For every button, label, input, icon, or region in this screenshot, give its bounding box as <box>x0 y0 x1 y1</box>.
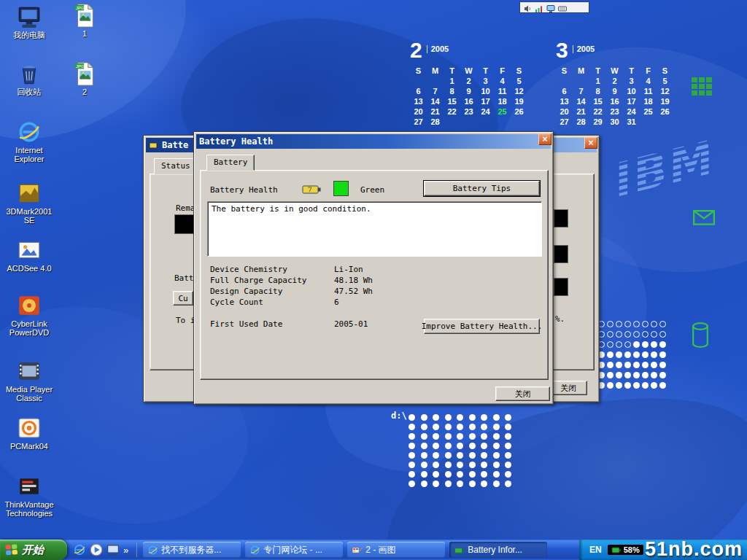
dot <box>481 481 487 487</box>
desktop-icon-powerdvd[interactable]: CyberLink PowerDVD <box>3 293 55 337</box>
health-message-box[interactable]: The battery is in good condition. <box>207 201 542 257</box>
dot <box>642 321 649 327</box>
dot <box>433 452 439 459</box>
dot <box>642 331 649 338</box>
dot <box>457 452 463 459</box>
current-button[interactable]: Cu <box>173 291 193 306</box>
dot <box>469 414 476 421</box>
field-value: 48.18 Wh <box>334 276 373 285</box>
taskbar-task-3[interactable]: 2 - 画图 <box>347 542 445 558</box>
calendar-day-header: S <box>511 66 527 77</box>
taskbar-task-4[interactable]: Battery Infor... <box>449 542 547 558</box>
taskbar-task-2[interactable]: 专门网论坛 - ... <box>245 542 343 558</box>
keyboard-icon[interactable] <box>558 3 567 12</box>
dot <box>505 443 511 449</box>
field-value: 6 <box>334 298 339 307</box>
quicklaunch-show-desktop-icon[interactable] <box>107 543 120 556</box>
field-label: Device Chemistry <box>210 265 287 274</box>
calendar-day: 24 <box>477 107 494 117</box>
field-value: 47.52 Wh <box>334 287 373 296</box>
dot <box>659 382 666 389</box>
calendar-day-header: T <box>444 66 460 77</box>
file-icon-jpg[interactable]: JPG2 <box>61 61 108 96</box>
speaker-icon[interactable] <box>523 3 532 12</box>
field-label: Design Capacity <box>210 287 282 296</box>
calendar-day-header: T <box>477 66 494 77</box>
presentation-mini-toolbar[interactable] <box>519 1 589 13</box>
battery-tips-button[interactable]: Battery Tips <box>424 181 540 196</box>
health-status: Green <box>360 185 384 195</box>
calendar-day: 26 <box>511 107 527 117</box>
desktop-icon-mpc[interactable]: Media Player Classic <box>3 359 55 402</box>
close-button[interactable]: 关闭 <box>495 386 550 401</box>
tray-battery-indicator[interactable]: 58% <box>608 545 643 555</box>
calendar-day: 13 <box>556 97 573 107</box>
dot <box>469 433 476 440</box>
dot <box>457 433 463 440</box>
dot <box>445 443 452 449</box>
taskbar-task-1[interactable]: 找不到服务器... <box>143 542 241 558</box>
dot <box>433 462 439 468</box>
calendar-day: 27 <box>410 117 427 128</box>
desktop-icon-label: 回收站 <box>18 88 42 96</box>
dot <box>481 471 487 478</box>
calendar-day: 3 <box>477 77 494 87</box>
percent-label: %. <box>555 314 565 324</box>
calendar-day: 10 <box>477 87 494 97</box>
calendar-day: 1 <box>589 77 606 87</box>
my-computer-icon <box>17 4 42 29</box>
language-indicator[interactable]: EN <box>589 545 602 555</box>
desktop-icon-label: ACDSee 4.0 <box>7 264 51 273</box>
calendar-day: 16 <box>606 97 623 107</box>
close-icon[interactable]: × <box>538 133 551 145</box>
desktop-icon-pcmark[interactable]: PCMark04 <box>3 416 55 451</box>
improve-battery-health-button[interactable]: Improve Battery Health... <box>424 319 540 334</box>
quicklaunch-chevron-icon[interactable]: » <box>123 545 128 556</box>
dot <box>469 471 476 478</box>
dot <box>421 414 427 421</box>
dot <box>642 382 649 389</box>
dot <box>409 481 415 487</box>
thinkvantage-icon <box>17 474 42 499</box>
desktop-icon-thinkvantage[interactable]: ThinkVantage Technologies <box>3 474 55 518</box>
calendar-day-header: S <box>556 66 573 77</box>
dot <box>433 424 439 430</box>
calendar-day: 2 <box>606 77 623 87</box>
dot <box>607 341 614 348</box>
close-button[interactable]: 关闭 <box>549 381 587 395</box>
desktop-icon-acdsee[interactable]: ACDSee 4.0 <box>3 238 55 273</box>
dot <box>457 471 463 478</box>
taskbar-separator <box>136 542 137 557</box>
dot <box>469 424 476 430</box>
field-value: Li-Ion <box>334 265 363 274</box>
display-icon[interactable] <box>546 3 555 12</box>
quicklaunch-media-player-icon[interactable] <box>90 543 103 556</box>
desktop-icon-recycle-bin[interactable]: 回收站 <box>3 61 55 96</box>
calendar-day <box>444 117 460 128</box>
quicklaunch-ie-icon[interactable] <box>73 543 86 556</box>
desktop-icon-ie[interactable]: Internet Explorer <box>3 120 55 163</box>
file-icon-jpg[interactable]: JPG1 <box>61 3 108 38</box>
volume-up-icon[interactable] <box>535 3 543 12</box>
dot <box>607 372 614 378</box>
dialog-titlebar[interactable]: Battery Health <box>196 134 551 149</box>
calendar-month: 2 <box>410 40 422 61</box>
tab-battery[interactable]: Battery <box>206 155 255 171</box>
dot <box>457 443 463 449</box>
battery-gauge <box>554 209 568 228</box>
dot <box>409 424 415 430</box>
start-button[interactable]: 开始 <box>0 540 67 560</box>
desktop-icon-my-computer[interactable]: 我的电脑 <box>3 4 55 39</box>
battery-health-label: Battery Health <box>210 185 278 195</box>
calendar-day <box>556 77 573 87</box>
dot <box>642 362 649 368</box>
close-icon[interactable]: × <box>584 137 597 149</box>
dot <box>409 452 415 459</box>
paint-icon <box>352 545 363 556</box>
tab-status[interactable]: Status <box>154 158 198 174</box>
task-label: 找不到服务器... <box>161 544 221 556</box>
dot <box>505 471 511 478</box>
calendar-day: 5 <box>657 77 673 87</box>
desktop-icon-threedmark[interactable]: 3DMark2001 SE <box>3 181 55 225</box>
calendar-day <box>640 117 657 128</box>
